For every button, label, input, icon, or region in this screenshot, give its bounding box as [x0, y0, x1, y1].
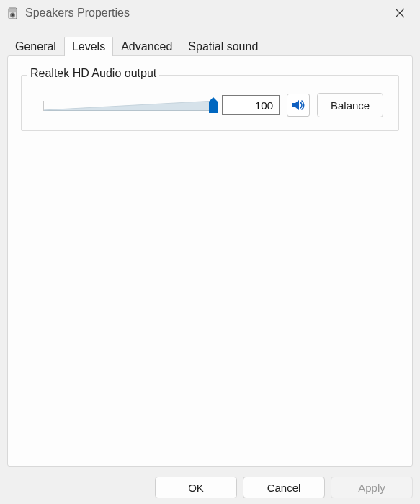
levels-panel: Realtek HD Audio output — [7, 55, 413, 467]
balance-button[interactable]: Balance — [317, 93, 383, 117]
slider-fill-icon — [43, 101, 215, 111]
speaker-icon — [7, 7, 19, 19]
close-button[interactable] — [385, 3, 414, 23]
speaker-volume-icon — [290, 97, 306, 113]
output-group-legend: Realtek HD Audio output — [27, 67, 159, 80]
dialog-buttons: OK Cancel Apply — [0, 472, 420, 504]
slider-track — [43, 101, 215, 111]
tab-spatial-sound[interactable]: Spatial sound — [180, 37, 266, 56]
svg-marker-10 — [292, 100, 299, 110]
apply-button: Apply — [331, 477, 413, 498]
svg-marker-9 — [209, 97, 218, 113]
volume-value-field[interactable] — [222, 95, 280, 115]
output-group: Realtek HD Audio output — [21, 75, 399, 131]
output-row: Balance — [32, 93, 388, 117]
slider-tick — [43, 101, 44, 111]
tab-strip: General Levels Advanced Spatial sound — [0, 26, 420, 55]
slider-thumb-icon[interactable] — [209, 97, 218, 113]
volume-slider[interactable] — [43, 98, 215, 114]
cancel-button[interactable]: Cancel — [243, 477, 325, 498]
speakers-properties-window: Speakers Properties General Levels Advan… — [0, 0, 420, 504]
tab-advanced[interactable]: Advanced — [113, 37, 180, 56]
close-icon — [395, 8, 405, 18]
tab-general[interactable]: General — [7, 37, 64, 56]
tab-levels[interactable]: Levels — [64, 37, 113, 56]
slider-tick — [122, 101, 122, 111]
tab-panel-wrap: Realtek HD Audio output — [7, 55, 413, 467]
mute-toggle-button[interactable] — [287, 94, 310, 117]
svg-rect-1 — [9, 9, 16, 12]
svg-point-3 — [12, 14, 14, 16]
ok-button[interactable]: OK — [155, 477, 237, 498]
window-title: Speakers Properties — [25, 6, 385, 19]
title-bar: Speakers Properties — [0, 0, 420, 26]
